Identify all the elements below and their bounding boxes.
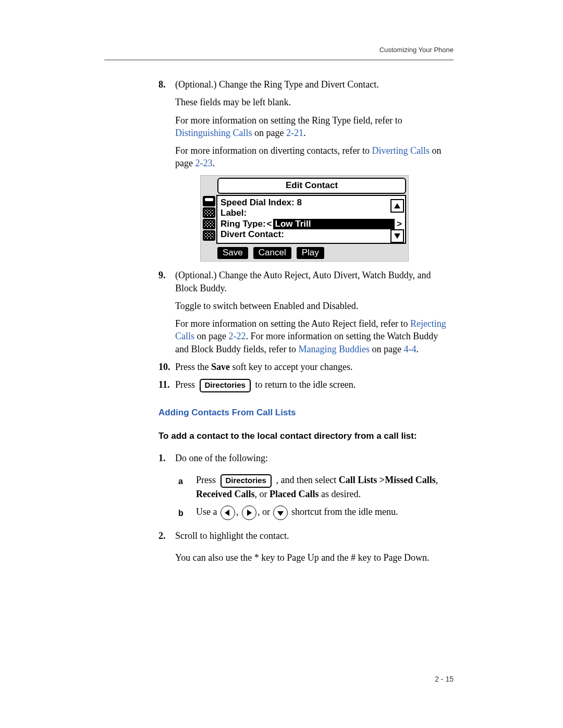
page-ref[interactable]: 2-22 — [229, 331, 246, 341]
text-fragment: , or — [254, 489, 270, 499]
page-ref[interactable]: 4-4 — [403, 344, 416, 354]
header-rule — [104, 59, 454, 60]
lcd-ring-value: Low Trill — [273, 219, 395, 229]
proc-step-1: 1. Do one of the following: a Press Dire… — [158, 452, 454, 520]
text-fragment: , — [236, 507, 241, 517]
lcd-left-icons — [203, 195, 216, 244]
directories-keycap: Directories — [200, 379, 251, 392]
softkey-cancel: Cancel — [253, 247, 291, 259]
text-fragment: . — [303, 128, 306, 138]
step-number: 11. — [158, 378, 170, 391]
running-head: Customizing Your Phone — [380, 46, 454, 54]
bold-text: Received Calls — [196, 489, 254, 499]
body-text: Scroll to highlight the contact. — [175, 529, 454, 542]
bold-text: Placed Calls — [270, 489, 319, 499]
body-text: Toggle to switch between Enabled and Dis… — [175, 300, 454, 312]
text-fragment: For more information on diverting contac… — [175, 145, 372, 156]
lcd-row-label: Label: — [221, 208, 402, 218]
lcd-softkeys: Save Cancel Play — [217, 247, 406, 259]
scroll-down-icon — [390, 229, 404, 243]
page-ref[interactable]: 2-23 — [195, 158, 212, 168]
text-fragment: Press — [175, 379, 198, 390]
step-8: 8. (Optional.) Change the Ring Type and … — [158, 78, 454, 262]
lcd-row-ring-type: Ring Type: < Low Trill > — [221, 219, 402, 229]
text-fragment: . — [416, 344, 419, 354]
body-text: You can also use the * key to Page Up an… — [175, 551, 454, 564]
step-number: 9. — [158, 269, 166, 281]
substep-letter: a — [178, 476, 183, 487]
nav-right-icon — [242, 505, 256, 520]
proc-step-2: 2. Scroll to highlight the contact. You … — [158, 529, 454, 564]
text-fragment: Use a — [196, 507, 219, 517]
body-text: (Optional.) Change the Ring Type and Div… — [175, 78, 454, 91]
body-text: Press the Save soft key to accept your c… — [175, 361, 454, 373]
lcd-fields: Speed Dial Index: 8 Label: Ring Type: < … — [216, 195, 406, 244]
step-number: 10. — [158, 361, 170, 373]
section-heading: Adding Contacts From Call Lists — [158, 407, 454, 419]
lcd-row-divert: Divert Contact: — [221, 229, 402, 240]
text-fragment: , and then select — [274, 475, 339, 485]
lcd-title: Edit Contact — [217, 178, 406, 194]
body-text: For more information on setting the Auto… — [175, 317, 454, 355]
link-distinguishing-calls[interactable]: Distinguishing Calls — [175, 128, 252, 138]
text-fragment: . — [212, 158, 215, 168]
lcd-left-caret: < — [267, 219, 272, 229]
text-fragment: shortcut from the idle menu. — [289, 507, 398, 517]
step-number: 8. — [158, 78, 166, 91]
text-fragment: , — [436, 475, 438, 485]
link-managing-buddies[interactable]: Managing Buddies — [298, 344, 370, 354]
softkey-save: Save — [217, 247, 248, 259]
nav-left-icon — [221, 505, 235, 520]
nav-down-icon — [273, 505, 288, 520]
phone-icon — [203, 196, 215, 206]
text-fragment: Press — [196, 475, 218, 485]
bold-text: Save — [211, 362, 230, 372]
step-10: 10. Press the Save soft key to accept yo… — [158, 361, 454, 373]
body-text: (Optional.) Change the Auto Reject, Auto… — [175, 269, 454, 294]
step-number: 2. — [158, 529, 166, 542]
procedure-heading: To add a contact to the local contact di… — [158, 430, 454, 442]
body-text: Do one of the following: — [175, 452, 454, 464]
lcd-row-speed-dial: Speed Dial Index: 8 — [221, 198, 402, 208]
bold-text: Call Lists > — [339, 475, 385, 485]
text-fragment: soft key to accept your changes. — [230, 362, 352, 372]
step-9: 9. (Optional.) Change the Auto Reject, A… — [158, 269, 454, 355]
link-diverting-calls[interactable]: Diverting Calls — [372, 145, 430, 156]
page-content: 8. (Optional.) Change the Ring Type and … — [158, 78, 454, 574]
text-fragment: , or — [258, 507, 273, 517]
substep-b: b Use a , , or shortcut from the idle me… — [175, 505, 454, 520]
keypad-icon — [203, 230, 215, 241]
body-text: For more information on diverting contac… — [175, 144, 454, 170]
body-text: Press Directories to return to the idle … — [175, 378, 454, 392]
page-number: 2 - 15 — [435, 675, 454, 683]
page-ref[interactable]: 2-21 — [286, 128, 303, 138]
directories-keycap: Directories — [221, 474, 272, 488]
substep-a: a Press Directories , and then select Ca… — [175, 474, 454, 500]
keypad-icon — [203, 207, 215, 218]
text-fragment: Press the — [175, 362, 211, 372]
keypad-icon — [203, 219, 215, 229]
text-fragment: on page — [194, 331, 228, 341]
text-fragment: as desired. — [319, 489, 360, 499]
text-fragment: on page — [252, 128, 286, 138]
text-fragment: on page — [370, 344, 403, 354]
scroll-up-icon — [390, 199, 404, 213]
text-fragment: to return to the idle screen. — [253, 379, 356, 390]
step-11: 11. Press Directories to return to the i… — [158, 378, 454, 392]
lcd-field-label: Ring Type: — [221, 219, 266, 229]
substep-letter: b — [178, 508, 183, 519]
bold-text: Missed Calls — [385, 475, 436, 485]
phone-lcd-figure: Edit Contact Speed Dial Index: 8 Label: — [200, 175, 409, 262]
body-text: These fields may be left blank. — [175, 96, 454, 108]
softkey-play: Play — [297, 247, 324, 259]
body-text: For more information on setting the Ring… — [175, 114, 454, 140]
step-number: 1. — [158, 452, 166, 464]
text-fragment: For more information on setting the Auto… — [175, 318, 410, 329]
text-fragment: For more information on setting the Ring… — [175, 115, 402, 126]
